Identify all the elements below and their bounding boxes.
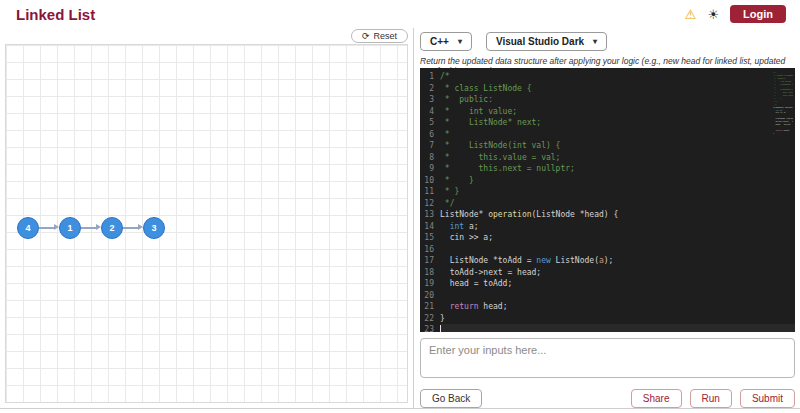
header-actions: ⚠ ☀ Login <box>685 5 786 23</box>
main-split: ⟳ Reset 4123 C++ ▾ Visual Studio Dark ▾ … <box>0 28 800 409</box>
canvas-toolbar: ⟳ Reset <box>5 28 408 44</box>
text-cursor <box>440 325 441 332</box>
app-header: Linked List ⚠ ☀ Login <box>0 0 800 28</box>
list-node[interactable]: 1 <box>59 217 81 239</box>
page-title: Linked List <box>16 6 95 23</box>
submit-button[interactable]: Submit <box>740 389 795 408</box>
editor-toolbar: C++ ▾ Visual Studio Dark ▾ <box>420 30 795 55</box>
visualization-panel: ⟳ Reset 4123 <box>0 28 413 408</box>
editor-minimap[interactable]: /* * class ListNode { * public: * int va… <box>773 71 793 151</box>
go-back-button[interactable]: Go Back <box>420 389 482 408</box>
code-editor[interactable]: 1234567891011121314151617181920212223 /*… <box>420 68 795 332</box>
chevron-down-icon: ▾ <box>458 37 462 46</box>
language-select[interactable]: C++ ▾ <box>420 32 472 51</box>
theme-toggle-icon[interactable]: ☀ <box>707 8 719 21</box>
minimap-content: /* * class ListNode { * public: * int va… <box>773 71 793 137</box>
editor-code[interactable]: /* * class ListNode { * public: * int va… <box>440 71 795 332</box>
editor-gutter: 1234567891011121314151617181920212223 <box>420 71 440 332</box>
inputs-box <box>420 338 795 382</box>
list-edge <box>81 227 97 229</box>
language-select-value: C++ <box>430 36 449 47</box>
reset-label: Reset <box>373 31 397 41</box>
reset-icon: ⟳ <box>362 31 370 41</box>
theme-select-value: Visual Studio Dark <box>496 36 584 47</box>
editor-hint: Return the updated data structure after … <box>420 55 795 68</box>
login-button[interactable]: Login <box>730 5 786 23</box>
editor-panel: C++ ▾ Visual Studio Dark ▾ Return the up… <box>414 28 800 408</box>
reset-button[interactable]: ⟳ Reset <box>351 29 408 43</box>
inputs-textarea[interactable] <box>420 338 795 378</box>
list-edge <box>123 227 139 229</box>
list-node[interactable]: 2 <box>101 217 123 239</box>
theme-select[interactable]: Visual Studio Dark ▾ <box>486 32 607 51</box>
list-node[interactable]: 4 <box>17 217 39 239</box>
list-edge <box>39 227 55 229</box>
warning-icon[interactable]: ⚠ <box>685 8 697 21</box>
run-button[interactable]: Run <box>690 389 732 408</box>
share-button[interactable]: Share <box>631 389 682 408</box>
footer-actions: Go Back Share Run Submit <box>420 389 795 408</box>
footer-right-actions: Share Run Submit <box>631 389 795 408</box>
chevron-down-icon: ▾ <box>593 37 597 46</box>
linked-list-canvas[interactable]: 4123 <box>5 44 408 403</box>
list-node[interactable]: 3 <box>143 217 165 239</box>
